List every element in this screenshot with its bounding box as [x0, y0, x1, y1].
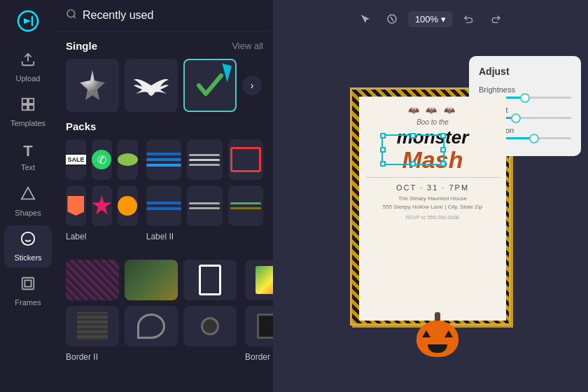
label2-pack-grid — [146, 139, 263, 226]
pack-item-circle-orange[interactable] — [118, 186, 138, 226]
zoom-value: 100% — [415, 14, 438, 24]
view-all-single[interactable]: View all — [232, 41, 263, 51]
sticker-star[interactable] — [66, 59, 119, 112]
svg-rect-4 — [29, 105, 34, 110]
sale-badge: SALE — [66, 153, 86, 166]
select-tool-btn[interactable] — [355, 8, 376, 29]
b2-dot — [201, 317, 219, 335]
border2-pack-grid — [66, 260, 237, 346]
pumpkin-eye-l — [422, 330, 430, 337]
corner-ml[interactable] — [380, 147, 386, 153]
svg-rect-9 — [22, 278, 34, 290]
sidebar-label-text: Text — [21, 163, 35, 172]
border-pack-label: Border — [245, 352, 273, 362]
b2-oval — [137, 314, 165, 339]
app-logo — [14, 7, 42, 35]
shapes-icon — [20, 186, 36, 206]
saturation-thumb[interactable] — [529, 134, 539, 144]
undo-btn[interactable] — [458, 8, 479, 29]
pack-item-whatsapp[interactable]: ✆ — [92, 139, 112, 180]
pack-item-b2-1[interactable] — [66, 260, 119, 300]
packs-section-title: Packs — [66, 120, 96, 132]
templates-icon — [20, 97, 36, 116]
svg-point-6 — [22, 232, 34, 245]
svg-rect-1 — [22, 99, 27, 104]
sidebar-item-text[interactable]: T Text — [4, 136, 52, 178]
sidebar: Upload Templates T Text Shapes — [0, 0, 56, 392]
pack-item-b2-5[interactable] — [125, 306, 178, 346]
lines3-sticker — [146, 197, 181, 214]
zoom-display[interactable]: 100% ▾ — [408, 11, 453, 27]
corner-br[interactable] — [440, 161, 446, 167]
corner-mt[interactable] — [410, 133, 416, 139]
search-input[interactable] — [83, 9, 263, 22]
next-arrow[interactable]: › — [242, 76, 262, 95]
pack-item-lines2[interactable] — [187, 139, 222, 180]
lines2-sticker — [187, 150, 222, 170]
corner-mr[interactable] — [440, 147, 446, 153]
redo-btn[interactable] — [485, 8, 506, 29]
pack-item-lines3[interactable] — [146, 186, 181, 226]
pack-item-b-4[interactable] — [245, 306, 273, 346]
card-inner-content: 🦇 🦇 🦇 Boo to the monster Mash OCT · 31 ·… — [359, 97, 506, 321]
packs-section-header: Packs — [66, 120, 263, 132]
rect-sticker — [230, 147, 261, 172]
sidebar-label-frames: Frames — [15, 298, 41, 307]
label-pack-label: Label — [66, 232, 138, 241]
adjust-title: Adjust — [479, 66, 571, 77]
contrast-thumb[interactable] — [511, 113, 521, 123]
single-section-header: Single View all — [66, 40, 263, 52]
corner-bl[interactable] — [380, 161, 386, 167]
pack-item-burst[interactable] — [92, 186, 112, 226]
b2-arch — [199, 265, 221, 295]
pack-item-b2-6[interactable] — [183, 306, 237, 346]
brightness-thumb[interactable] — [520, 93, 530, 103]
frames-icon — [20, 276, 36, 295]
corner-tr[interactable] — [440, 133, 446, 139]
border-pack-group: Border — [245, 260, 273, 369]
crop-tool-btn[interactable] — [382, 8, 402, 29]
card-bats: 🦇 🦇 🦇 — [366, 105, 499, 115]
packs-section: Packs SALE ✆ — [66, 120, 263, 380]
svg-marker-5 — [22, 188, 34, 200]
sidebar-item-templates[interactable]: Templates — [4, 91, 52, 133]
lines5-sticker — [228, 198, 263, 214]
sidebar-item-stickers[interactable]: Stickers — [4, 225, 52, 267]
pack-item-b2-2[interactable] — [125, 260, 178, 300]
card-venue-name: The Sleazy Haunted House — [366, 195, 499, 203]
upload-icon — [20, 52, 36, 71]
b-dark — [257, 314, 273, 339]
pack-item-sale[interactable]: SALE — [66, 139, 86, 180]
sticker-panel: Single View all — [56, 0, 273, 392]
pack-item-lines4[interactable] — [187, 186, 222, 226]
sidebar-item-frames[interactable]: Frames — [4, 270, 52, 312]
pack-item-lines5[interactable] — [228, 186, 263, 226]
pack-item-tag[interactable] — [66, 186, 86, 226]
card-date: OCT · 31 · 7PM — [366, 177, 499, 192]
tag-sticker — [67, 196, 84, 216]
pack-item-lines1[interactable] — [146, 139, 181, 180]
border-packs-row: Border II — [66, 260, 263, 380]
label-pack-group: SALE ✆ — [66, 139, 138, 248]
sidebar-item-upload[interactable]: Upload — [4, 46, 52, 88]
whatsapp-icon: ✆ — [92, 150, 111, 169]
border2-pack-group: Border II — [66, 260, 237, 369]
sidebar-item-shapes[interactable]: Shapes — [4, 181, 52, 223]
search-bar — [56, 0, 273, 31]
card-venue-addr: 555 Sleepy Hollow Lane | City, State Zip — [366, 203, 499, 211]
pack-item-b2-4[interactable] — [66, 306, 119, 346]
pumpkin-mouth — [428, 344, 447, 353]
pack-item-oval[interactable] — [118, 139, 138, 180]
text-icon: T — [23, 142, 32, 160]
sidebar-label-templates: Templates — [10, 119, 46, 127]
corner-tl[interactable] — [380, 133, 386, 139]
selection-box — [382, 134, 444, 165]
stickers-icon — [20, 231, 36, 251]
pack-item-rect[interactable] — [228, 139, 263, 180]
canvas-toolbar: 100% ▾ — [355, 8, 506, 29]
pack-item-b2-3[interactable] — [183, 260, 237, 300]
corner-mb[interactable] — [410, 161, 416, 167]
card-boo-text: Boo to the — [366, 118, 499, 126]
sticker-bat[interactable] — [125, 59, 178, 112]
pack-item-b-1[interactable] — [245, 260, 273, 300]
